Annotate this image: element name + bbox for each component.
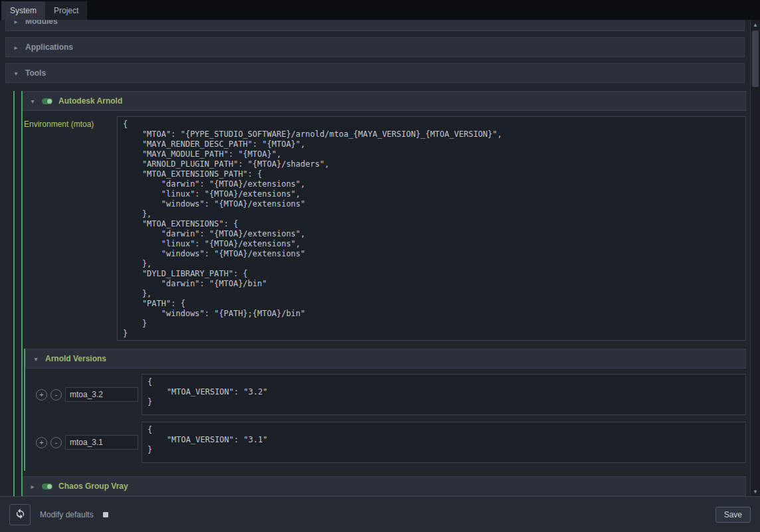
vertical-scrollbar: ▲ ▼ [750,20,760,496]
arnold-versions-body: + - { "MTOA_VERSION": "3.2" } + - { "MTO… [25,369,746,471]
enabled-toggle-icon[interactable] [42,98,52,104]
section-label: Applications [25,43,73,52]
environment-label: Environment (mtoa) [24,116,117,341]
chevron-right-icon: ▸ [13,20,19,25]
section-label: Modules [25,20,58,26]
modify-defaults-label: Modify defaults [40,510,94,519]
chevron-down-icon: ▾ [29,98,36,105]
remove-version-button[interactable]: - [50,437,62,448]
settings-content: ▸ Modules ▸ Applications ▾ Tools ▾ [0,20,750,496]
arnold-versions-section: ▾ Arnold Versions + - { "MTOA_VERSION": … [24,349,746,471]
enabled-toggle-icon[interactable] [42,484,52,489]
save-button[interactable]: Save [715,507,751,523]
add-version-button[interactable]: + [36,389,47,400]
section-header-vray[interactable]: ▸ Chaos Group Vray [23,476,746,496]
version-row: + - { "MTOA_VERSION": "3.2" } [36,374,746,415]
scroll-up-icon[interactable]: ▲ [751,20,760,29]
version-key-input[interactable] [65,435,138,450]
version-json-textarea[interactable]: { "MTOA_VERSION": "3.1" } [142,422,746,463]
remove-version-button[interactable]: - [50,389,62,400]
chevron-down-icon: ▾ [13,70,19,77]
settings-scroll-area: ▸ Modules ▸ Applications ▾ Tools ▾ [0,20,760,496]
tab-system[interactable]: System [1,1,45,20]
version-key-input[interactable] [65,387,138,402]
section-header-modules[interactable]: ▸ Modules [5,20,745,31]
chevron-down-icon: ▾ [33,355,39,363]
arnold-section: ▾ Autodesk Arnold Environment (mtoa) { "… [21,91,746,496]
section-header-arnold[interactable]: ▾ Autodesk Arnold [23,91,746,111]
modify-defaults-checkbox[interactable] [103,512,108,517]
tab-project[interactable]: Project [45,1,87,20]
chevron-right-icon: ▸ [13,44,19,51]
footer-bar: Modify defaults Save [0,496,760,532]
tab-bar: System Project [0,0,760,20]
section-label: Tools [25,68,46,78]
chevron-right-icon: ▸ [29,483,36,490]
environment-row: Environment (mtoa) { "MTOA": "{PYPE_STUD… [23,116,746,341]
settings-window: System Project ▸ Modules ▸ Applications … [0,0,760,532]
refresh-button[interactable] [9,504,31,525]
tools-body: ▾ Autodesk Arnold Environment (mtoa) { "… [13,91,746,496]
section-label: Arnold Versions [45,354,106,363]
scroll-down-icon[interactable]: ▼ [751,487,760,496]
add-version-button[interactable]: + [36,437,47,448]
scrollbar-track[interactable] [751,29,760,487]
scrollbar-thumb[interactable] [752,31,759,87]
section-label: Chaos Group Vray [58,482,128,491]
section-header-applications[interactable]: ▸ Applications [5,37,745,57]
section-label: Autodesk Arnold [58,96,122,106]
version-row: + - { "MTOA_VERSION": "3.1" } [36,422,746,463]
environment-json-textarea[interactable]: { "MTOA": "{PYPE_STUDIO_SOFTWARE}/arnold… [117,116,746,341]
section-header-tools[interactable]: ▾ Tools [5,63,745,83]
version-json-textarea[interactable]: { "MTOA_VERSION": "3.2" } [142,374,746,415]
refresh-icon [15,508,26,521]
section-header-arnold-versions[interactable]: ▾ Arnold Versions [25,349,746,369]
